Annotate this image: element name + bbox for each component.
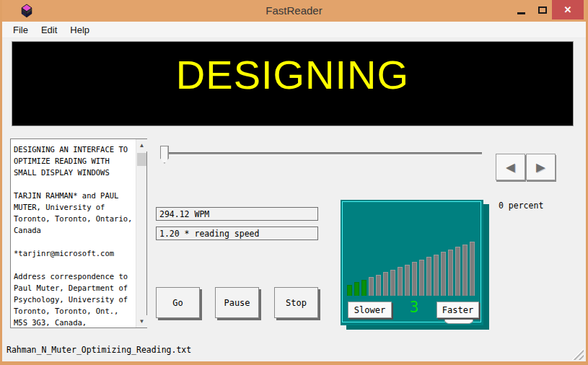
close-icon: ✕ <box>564 4 572 15</box>
percent-label: 0 percent <box>499 201 543 211</box>
next-button[interactable]: ► <box>526 154 556 180</box>
speed-bar <box>361 280 367 296</box>
maximize-button[interactable] <box>533 0 552 20</box>
speed-bar <box>434 255 439 296</box>
scrollbar-thumb[interactable] <box>137 153 146 166</box>
title-bar[interactable]: FastReader ✕ <box>0 0 588 22</box>
window-title: FastReader <box>0 4 588 17</box>
menu-help[interactable]: Help <box>63 23 96 37</box>
speed-bar <box>448 250 453 296</box>
slower-button[interactable]: Slower <box>348 302 392 318</box>
resize-grip[interactable] <box>571 348 584 360</box>
speed-bar <box>412 262 417 296</box>
speed-bars <box>347 242 475 296</box>
minimize-button[interactable] <box>509 0 533 20</box>
close-button[interactable]: ✕ <box>552 0 584 19</box>
rsvp-display: DESIGNING <box>12 41 574 126</box>
go-button[interactable]: Go <box>156 287 200 318</box>
wpm-field: 294.12 WPM <box>156 207 318 221</box>
menu-edit[interactable]: Edit <box>35 23 63 37</box>
menu-file[interactable]: File <box>6 23 35 37</box>
speed-bar <box>354 282 359 296</box>
document-scrollbar[interactable]: ▲ ▼ <box>136 139 146 327</box>
speed-panel: Slower 3 Faster <box>341 200 483 325</box>
maximize-icon <box>538 6 547 14</box>
speed-level: 3 <box>398 299 430 316</box>
speed-bar <box>441 252 446 296</box>
speed-bar <box>405 265 410 296</box>
menu-bar: File Edit Help <box>0 22 588 38</box>
faster-button[interactable]: Faster <box>436 302 479 318</box>
document-panel[interactable]: DESIGNING AN INTERFACE TO OPTIMIZE READI… <box>10 138 147 328</box>
speed-bar <box>426 257 431 296</box>
minimize-icon <box>517 12 525 14</box>
document-text: DESIGNING AN INTERFACE TO OPTIMIZE READI… <box>11 139 136 327</box>
speed-bar <box>398 267 403 296</box>
left-arrow-icon: ◄ <box>503 159 518 176</box>
speed-bar <box>347 285 352 296</box>
current-word: DESIGNING <box>176 51 409 98</box>
right-arrow-icon: ► <box>533 159 548 176</box>
speed-bar <box>383 272 388 296</box>
scroll-up-icon[interactable]: ▲ <box>136 139 147 151</box>
progress-slider-thumb[interactable] <box>160 146 169 164</box>
speed-field: 1.20 * reading speed <box>156 227 318 240</box>
scroll-down-icon[interactable]: ▼ <box>136 315 147 327</box>
speed-bar <box>455 247 460 296</box>
speed-bar <box>369 277 374 296</box>
pause-button[interactable]: Pause <box>215 287 259 318</box>
previous-button[interactable]: ◄ <box>496 154 525 180</box>
speed-bar <box>390 270 395 296</box>
app-window: FastReader ✕ File Edit Help DESIGNING DE… <box>0 0 588 365</box>
stop-button[interactable]: Stop <box>274 287 318 318</box>
progress-slider-track[interactable] <box>162 152 482 155</box>
speed-bar <box>376 275 381 296</box>
speed-bar <box>470 242 475 296</box>
speed-bar <box>462 245 468 296</box>
status-filename: Rahman_N_Muter_Optimizing_Reading.txt <box>6 345 191 355</box>
speed-bar <box>419 260 424 296</box>
